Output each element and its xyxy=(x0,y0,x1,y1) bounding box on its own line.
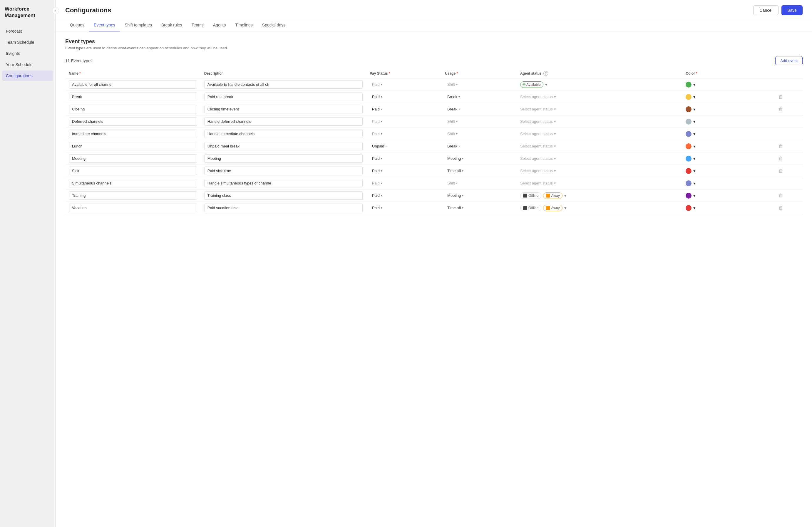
name-input[interactable] xyxy=(69,142,197,150)
description-input[interactable] xyxy=(204,105,363,113)
sidebar-item-team-schedule[interactable]: Team Schedule xyxy=(2,37,53,48)
description-input[interactable] xyxy=(204,142,363,150)
agent-status-tag-offline[interactable]: ⬛ Offline xyxy=(520,205,541,211)
name-input[interactable] xyxy=(69,92,197,101)
delete-button[interactable]: 🗑 xyxy=(776,167,785,175)
usage-select[interactable]: Time off▾ xyxy=(445,167,466,175)
agent-status-tag[interactable]: Available xyxy=(520,82,543,88)
agent-status-select[interactable]: Select agent status ▾ xyxy=(520,94,556,99)
name-input[interactable] xyxy=(69,204,197,212)
agent-status-chevron-icon[interactable]: ▾ xyxy=(564,193,566,198)
agent-status-select[interactable]: Select agent status ▾ xyxy=(520,181,556,185)
color-chevron-icon[interactable]: ▾ xyxy=(693,82,695,87)
description-input[interactable] xyxy=(204,92,363,101)
tab-event-types[interactable]: Event types xyxy=(89,19,120,31)
pay-status-select[interactable]: Paid▾ xyxy=(370,105,385,113)
pay-status-select[interactable]: Paid▾ xyxy=(370,93,385,101)
color-swatch[interactable] xyxy=(686,193,692,199)
usage-select[interactable]: Meeting▾ xyxy=(445,155,466,162)
pay-status-label: Paid xyxy=(372,107,380,111)
description-input[interactable] xyxy=(204,154,363,163)
name-input[interactable] xyxy=(69,130,197,138)
delete-button[interactable]: 🗑 xyxy=(776,155,785,162)
agent-status-tag-offline[interactable]: ⬛ Offline xyxy=(520,192,541,199)
pay-status-select[interactable]: Paid▾ xyxy=(370,192,385,199)
tab-agents[interactable]: Agents xyxy=(208,19,231,31)
color-swatch[interactable] xyxy=(686,106,692,112)
color-swatch[interactable] xyxy=(686,180,692,186)
color-swatch[interactable] xyxy=(686,143,692,149)
delete-button[interactable]: 🗑 xyxy=(776,192,785,199)
description-input[interactable] xyxy=(204,191,363,200)
color-swatch[interactable] xyxy=(686,131,692,137)
name-input[interactable] xyxy=(69,179,197,187)
tab-break-rules[interactable]: Break rules xyxy=(157,19,187,31)
description-input[interactable] xyxy=(204,80,363,89)
pay-status-select[interactable]: Paid▾ xyxy=(370,155,385,162)
delete-button[interactable]: 🗑 xyxy=(776,143,785,150)
color-chevron-icon[interactable]: ▾ xyxy=(693,144,695,149)
save-button[interactable]: Save xyxy=(781,5,802,15)
add-event-button[interactable]: Add event xyxy=(775,56,802,65)
name-input[interactable] xyxy=(69,166,197,175)
pay-status-select[interactable]: Paid▾ xyxy=(370,167,385,175)
color-chevron-icon[interactable]: ▾ xyxy=(693,169,695,173)
color-swatch[interactable] xyxy=(686,82,692,88)
description-input[interactable] xyxy=(204,179,363,187)
name-input[interactable] xyxy=(69,105,197,113)
color-swatch[interactable] xyxy=(686,156,692,162)
sidebar-item-configurations[interactable]: Configurations xyxy=(2,71,53,81)
name-input[interactable] xyxy=(69,80,197,89)
delete-button[interactable]: 🗑 xyxy=(776,105,785,113)
tab-queues[interactable]: Queues xyxy=(65,19,89,31)
agent-status-select[interactable]: Select agent status ▾ xyxy=(520,107,556,111)
agent-status-select[interactable]: Select agent status ▾ xyxy=(520,156,556,161)
color-chevron-icon[interactable]: ▾ xyxy=(693,107,695,112)
agent-status-select[interactable]: Select agent status ▾ xyxy=(520,169,556,173)
color-swatch[interactable] xyxy=(686,94,692,100)
description-input[interactable] xyxy=(204,130,363,138)
name-input[interactable] xyxy=(69,191,197,200)
usage-select[interactable]: Meeting▾ xyxy=(445,192,466,199)
pay-status-select[interactable]: Unpaid▾ xyxy=(370,143,389,150)
tab-special-days[interactable]: Special days xyxy=(258,19,290,31)
color-chevron-icon[interactable]: ▾ xyxy=(693,156,695,161)
usage-select[interactable]: Break▾ xyxy=(445,93,462,101)
agent-status-select[interactable]: Select agent status ▾ xyxy=(520,132,556,136)
usage-select[interactable]: Break▾ xyxy=(445,105,462,113)
sidebar-item-forecast[interactable]: Forecast xyxy=(2,26,53,36)
agent-status-info-icon[interactable]: ? xyxy=(543,71,548,76)
sidebar-item-insights[interactable]: Insights xyxy=(2,48,53,59)
usage-select[interactable]: Break▾ xyxy=(445,143,462,150)
description-input[interactable] xyxy=(204,204,363,212)
color-swatch[interactable] xyxy=(686,205,692,211)
color-chevron-icon[interactable]: ▾ xyxy=(693,181,695,186)
agent-status-chevron-icon[interactable]: ▾ xyxy=(545,82,547,87)
pay-status-select[interactable]: Paid▾ xyxy=(370,204,385,211)
agent-status-select[interactable]: Select agent status ▾ xyxy=(520,119,556,124)
tab-teams[interactable]: Teams xyxy=(187,19,208,31)
description-input[interactable] xyxy=(204,117,363,126)
sidebar-item-your-schedule[interactable]: Your Schedule xyxy=(2,59,53,70)
collapse-sidebar-button[interactable]: ‹ xyxy=(52,7,59,14)
color-swatch[interactable] xyxy=(686,119,692,125)
tab-shift-templates[interactable]: Shift templates xyxy=(120,19,157,31)
color-chevron-icon[interactable]: ▾ xyxy=(693,132,695,136)
agent-status-tag-away[interactable]: 🟧 Away xyxy=(543,205,563,211)
name-input[interactable] xyxy=(69,117,197,126)
color-chevron-icon[interactable]: ▾ xyxy=(693,206,695,210)
color-chevron-icon[interactable]: ▾ xyxy=(693,94,695,99)
delete-button[interactable]: 🗑 xyxy=(776,93,785,101)
color-swatch[interactable] xyxy=(686,168,692,174)
tab-timelines[interactable]: Timelines xyxy=(230,19,257,31)
cancel-button[interactable]: Cancel xyxy=(753,5,779,15)
agent-status-tag-away[interactable]: 🟧 Away xyxy=(543,192,563,199)
agent-status-select[interactable]: Select agent status ▾ xyxy=(520,144,556,148)
usage-select[interactable]: Time off▾ xyxy=(445,204,466,211)
color-chevron-icon[interactable]: ▾ xyxy=(693,193,695,198)
agent-status-chevron-icon[interactable]: ▾ xyxy=(564,206,566,210)
delete-button[interactable]: 🗑 xyxy=(776,204,785,211)
color-chevron-icon[interactable]: ▾ xyxy=(693,119,695,124)
name-input[interactable] xyxy=(69,154,197,163)
description-input[interactable] xyxy=(204,166,363,175)
